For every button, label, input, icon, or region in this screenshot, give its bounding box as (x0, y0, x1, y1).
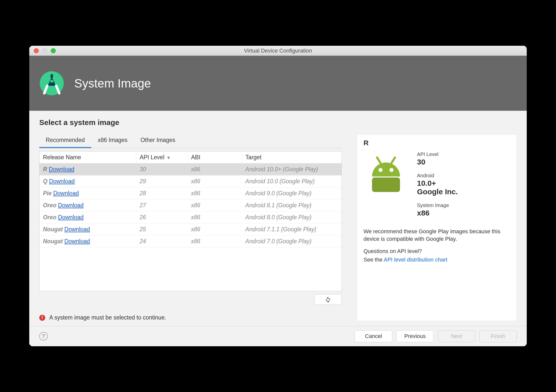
release-name: Nougat (43, 238, 63, 244)
svg-point-7 (378, 168, 382, 172)
svg-point-8 (390, 168, 394, 172)
api-level-cell: 25 (136, 224, 188, 236)
system-image-label: System Image (417, 202, 510, 208)
sort-descending-icon: ▼ (166, 155, 171, 160)
header-banner: System Image (29, 56, 527, 111)
tab-other-images[interactable]: Other Images (134, 134, 182, 148)
close-window-button[interactable] (34, 48, 39, 53)
next-button: Next (438, 330, 475, 342)
api-distribution-link[interactable]: API level distribution chart (384, 256, 447, 263)
table-row[interactable]: Oreo Download27x86Android 8.1 (Google Pl… (40, 200, 342, 212)
svg-line-4 (377, 158, 380, 163)
table-row[interactable]: Nougat Download25x86Android 7.1.1 (Googl… (40, 224, 342, 236)
release-name: Oreo (43, 202, 56, 208)
table-row[interactable]: Nougat Download24x86Android 7.0 (Google … (40, 236, 342, 248)
download-link[interactable]: Download (58, 214, 84, 220)
tab-x86-images[interactable]: x86 Images (91, 134, 134, 148)
vendor-value: Google Inc. (417, 188, 510, 196)
api-level-label: API Level (417, 152, 510, 157)
svg-rect-6 (372, 178, 400, 192)
refresh-button[interactable] (314, 294, 342, 305)
abi-cell: x86 (188, 236, 242, 248)
abi-cell: x86 (188, 200, 242, 212)
target-cell: Android 8.0 (Google Play) (242, 212, 342, 224)
abi-cell: x86 (188, 188, 242, 200)
question-text: Questions on API level? (364, 248, 510, 254)
see-link-line: See the API level distribution chart (364, 256, 510, 263)
section-subtitle: Select a system image (39, 118, 517, 127)
release-name: R (43, 166, 47, 172)
download-link[interactable]: Download (49, 166, 74, 172)
api-level-cell: 28 (136, 188, 188, 200)
android-studio-icon (39, 71, 64, 96)
details-panel: R (357, 134, 517, 321)
target-cell: Android 9.0 (Google Play) (242, 188, 342, 200)
cancel-button[interactable]: Cancel (355, 330, 392, 342)
validation-notice: ! A system image must be selected to con… (39, 314, 342, 321)
download-link[interactable]: Download (53, 190, 79, 196)
recommendation-text: We recommend these Google Play images be… (364, 228, 510, 242)
api-level-cell: 27 (136, 200, 188, 212)
footer: ? Cancel Previous Next Finish (29, 326, 527, 346)
svg-point-3 (50, 80, 53, 83)
table-row[interactable]: Oreo Download26x86Android 8.0 (Google Pl… (40, 212, 342, 224)
release-name: Oreo (43, 214, 56, 220)
finish-button: Finish (479, 330, 517, 342)
release-name: Pie (43, 190, 52, 196)
content-area: Select a system image Recommended x86 Im… (29, 111, 527, 326)
abi-cell: x86 (188, 224, 242, 236)
abi-cell: x86 (188, 164, 242, 176)
dialog-window: Virtual Device Configuration System Imag… (29, 46, 527, 346)
table-row[interactable]: R Download30x86Android 10.0+ (Google Pla… (40, 164, 342, 176)
target-cell: Android 7.0 (Google Play) (242, 236, 342, 248)
api-level-cell: 24 (136, 236, 188, 248)
android-robot-icon (364, 152, 408, 224)
api-level-cell: 26 (136, 212, 188, 224)
download-link[interactable]: Download (58, 202, 84, 208)
target-cell: Android 8.1 (Google Play) (242, 200, 342, 212)
android-version-label: Android (417, 173, 510, 178)
col-abi[interactable]: ABI (188, 152, 242, 164)
abi-cell: x86 (188, 176, 242, 188)
download-link[interactable]: Download (64, 238, 90, 244)
help-button[interactable]: ? (39, 332, 48, 340)
refresh-icon (324, 296, 332, 303)
release-name: Q (43, 178, 48, 184)
table-row[interactable]: Q Download29x86Android 10.0 (Google Play… (40, 176, 342, 188)
api-level-value: 30 (417, 158, 510, 166)
target-cell: Android 10.0 (Google Play) (242, 176, 342, 188)
abi-cell: x86 (188, 212, 242, 224)
notice-text: A system image must be selected to conti… (49, 314, 166, 321)
titlebar: Virtual Device Configuration (29, 46, 527, 56)
table-row[interactable]: Pie Download28x86Android 9.0 (Google Pla… (40, 188, 342, 200)
release-name: Nougat (43, 226, 63, 232)
previous-button[interactable]: Previous (396, 330, 434, 342)
image-list-panel: Recommended x86 Images Other Images Rele… (39, 134, 342, 321)
details-title: R (364, 139, 510, 147)
system-image-table: Release Name API Level▼ ABI Target R Dow… (39, 151, 342, 291)
minimize-window-button[interactable] (42, 48, 47, 53)
error-icon: ! (39, 315, 45, 321)
window-controls (29, 48, 56, 53)
tab-recommended[interactable]: Recommended (39, 134, 91, 148)
svg-line-5 (392, 158, 395, 163)
android-version-value: 10.0+ (417, 179, 510, 188)
window-title: Virtual Device Configuration (29, 48, 527, 54)
target-cell: Android 7.1.1 (Google Play) (242, 224, 342, 236)
download-link[interactable]: Download (64, 226, 90, 232)
col-target[interactable]: Target (242, 152, 342, 164)
target-cell: Android 10.0+ (Google Play) (242, 164, 342, 176)
col-api-level[interactable]: API Level▼ (136, 152, 188, 164)
api-level-cell: 29 (136, 176, 188, 188)
tabs: Recommended x86 Images Other Images (39, 134, 342, 148)
page-title: System Image (74, 76, 151, 90)
download-link[interactable]: Download (49, 178, 74, 184)
system-image-value: x86 (417, 209, 510, 217)
col-release-name[interactable]: Release Name (40, 152, 136, 164)
table-header-row: Release Name API Level▼ ABI Target (40, 152, 342, 164)
maximize-window-button[interactable] (51, 48, 56, 53)
api-level-cell: 30 (136, 164, 188, 176)
